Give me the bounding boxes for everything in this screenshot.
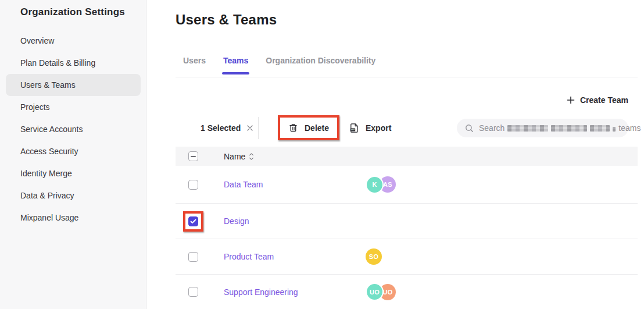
table-row: Design	[176, 204, 638, 239]
search-placeholder: Search teams	[479, 123, 641, 133]
settings-sidebar: Organization Settings Overview Plan Deta…	[0, 0, 146, 309]
member-avatars: SO	[366, 248, 382, 265]
main-content: Users & Teams Users Teams Organization D…	[146, 0, 644, 309]
row-checkbox-design[interactable]	[188, 216, 198, 226]
avatar: K	[366, 176, 384, 194]
page-title: Users & Teams	[176, 12, 277, 28]
table-header-row: Name	[176, 147, 638, 166]
avatar: UO	[366, 283, 384, 301]
search-placeholder-redacted	[551, 125, 587, 132]
sidebar-item-identity-merge[interactable]: Identity Merge	[6, 162, 141, 184]
delete-button-highlight: Delete	[278, 115, 339, 140]
teams-table: Name Data Team K AS	[176, 147, 638, 309]
sidebar-item-projects[interactable]: Projects	[6, 96, 141, 118]
delete-label: Delete	[305, 123, 329, 133]
sidebar-item-data-privacy[interactable]: Data & Privacy	[6, 184, 141, 207]
search-placeholder-redacted	[590, 125, 610, 132]
row-checkbox-support-engineering[interactable]	[188, 287, 198, 297]
member-avatars: UO UO	[366, 283, 396, 301]
export-label: Export	[366, 123, 391, 133]
avatar: SO	[366, 248, 382, 265]
table-row: Product Team SO	[176, 239, 638, 275]
row-checkbox-data-team[interactable]	[188, 180, 198, 190]
create-team-button[interactable]: Create Team	[567, 95, 628, 105]
search-placeholder-redacted	[507, 125, 548, 132]
trash-icon	[288, 123, 298, 133]
team-link-support-engineering[interactable]: Support Engineering	[224, 287, 298, 297]
selected-count-label: 1 Selected	[201, 123, 241, 133]
search-placeholder-redacted	[613, 127, 616, 132]
sidebar-item-mixpanel-usage[interactable]: Mixpanel Usage	[6, 207, 141, 229]
delete-button[interactable]: Delete	[280, 118, 337, 138]
plus-icon	[567, 96, 575, 104]
table-row: Data Team K AS	[176, 166, 638, 204]
select-all-checkbox[interactable]	[188, 151, 198, 161]
tab-teams[interactable]: Teams	[223, 56, 248, 78]
clear-selection-button[interactable]	[246, 125, 253, 132]
team-link-design[interactable]: Design	[224, 216, 249, 226]
sidebar-title: Organization Settings	[20, 6, 125, 18]
toolbar-divider	[258, 117, 259, 139]
tab-users[interactable]: Users	[183, 56, 206, 78]
csv-file-icon: csv	[349, 123, 359, 133]
tab-organization-discoverability[interactable]: Organization Discoverability	[266, 56, 375, 78]
sidebar-item-access-security[interactable]: Access Security	[6, 140, 141, 162]
sort-icon	[249, 153, 254, 160]
table-row: Support Engineering UO UO	[176, 275, 638, 309]
organization-settings-page: Organization Settings Overview Plan Deta…	[0, 0, 644, 309]
tab-bar: Users Teams Organization Discoverability	[183, 56, 375, 78]
sidebar-item-overview[interactable]: Overview	[6, 30, 141, 52]
search-input[interactable]: Search teams	[457, 119, 628, 137]
team-link-data-team[interactable]: Data Team	[224, 180, 263, 189]
sidebar-item-users-teams[interactable]: Users & Teams	[6, 74, 141, 96]
selection-summary: 1 Selected	[201, 116, 253, 140]
search-icon	[465, 124, 474, 133]
sidebar-item-service-accounts[interactable]: Service Accounts	[6, 118, 141, 140]
sidebar-item-plan-details-billing[interactable]: Plan Details & Billing	[6, 52, 141, 74]
create-team-label: Create Team	[580, 95, 628, 105]
svg-text:csv: csv	[351, 129, 355, 131]
sidebar-nav: Overview Plan Details & Billing Users & …	[6, 30, 141, 229]
team-link-product-team[interactable]: Product Team	[224, 252, 274, 261]
member-avatars: K AS	[366, 176, 396, 194]
name-column-header[interactable]: Name	[224, 152, 254, 161]
tabs-divider	[176, 77, 638, 77]
export-button[interactable]: csv Export	[349, 116, 391, 140]
row-checkbox-product-team[interactable]	[188, 252, 198, 262]
